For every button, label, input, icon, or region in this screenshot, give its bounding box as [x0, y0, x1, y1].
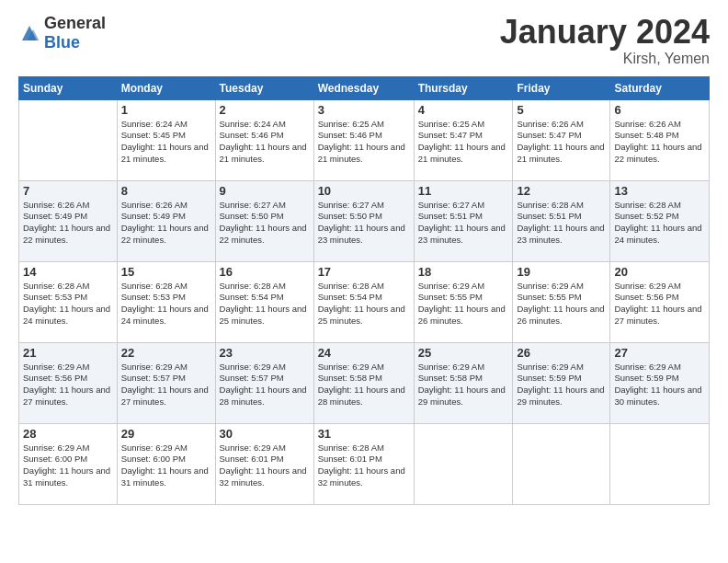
day-number: 15 — [121, 265, 211, 279]
table-row: 6Sunrise: 6:26 AMSunset: 5:48 PMDaylight… — [610, 99, 710, 180]
day-info: Sunrise: 6:29 AMSunset: 5:55 PMDaylight:… — [418, 281, 509, 327]
day-info: Sunrise: 6:29 AMSunset: 5:59 PMDaylight:… — [614, 362, 705, 408]
day-number: 12 — [517, 184, 606, 198]
table-row: 5Sunrise: 6:26 AMSunset: 5:47 PMDaylight… — [513, 99, 610, 180]
day-info: Sunrise: 6:28 AMSunset: 5:53 PMDaylight:… — [121, 281, 211, 327]
day-info: Sunrise: 6:25 AMSunset: 5:47 PMDaylight:… — [418, 119, 509, 166]
logo-text: General Blue — [44, 14, 106, 52]
col-tuesday: Tuesday — [215, 76, 313, 99]
day-info: Sunrise: 6:24 AMSunset: 5:46 PMDaylight:… — [220, 119, 310, 166]
day-info: Sunrise: 6:28 AMSunset: 5:51 PMDaylight:… — [517, 200, 606, 247]
day-info: Sunrise: 6:29 AMSunset: 5:57 PMDaylight:… — [220, 362, 310, 408]
day-info: Sunrise: 6:27 AMSunset: 5:50 PMDaylight:… — [220, 200, 310, 247]
table-row: 12Sunrise: 6:28 AMSunset: 5:51 PMDayligh… — [513, 180, 610, 261]
day-number: 5 — [517, 103, 606, 117]
col-friday: Friday — [513, 76, 610, 99]
day-number: 19 — [517, 265, 606, 279]
logo-icon — [18, 22, 40, 44]
day-number: 18 — [418, 265, 509, 279]
table-row: 17Sunrise: 6:28 AMSunset: 5:54 PMDayligh… — [313, 261, 414, 342]
day-info: Sunrise: 6:25 AMSunset: 5:46 PMDaylight:… — [318, 119, 410, 166]
table-row: 3Sunrise: 6:25 AMSunset: 5:46 PMDaylight… — [313, 99, 414, 180]
day-info: Sunrise: 6:27 AMSunset: 5:50 PMDaylight:… — [318, 200, 410, 247]
table-row: 7Sunrise: 6:26 AMSunset: 5:49 PMDaylight… — [19, 180, 118, 261]
day-number: 21 — [23, 346, 113, 360]
page: General Blue January 2024 Kirsh, Yemen S… — [0, 0, 728, 563]
table-row — [19, 99, 118, 180]
day-number: 28 — [23, 427, 113, 441]
day-info: Sunrise: 6:29 AMSunset: 5:56 PMDaylight:… — [614, 281, 705, 327]
col-thursday: Thursday — [414, 76, 513, 99]
day-info: Sunrise: 6:28 AMSunset: 5:52 PMDaylight:… — [614, 200, 705, 247]
table-row: 22Sunrise: 6:29 AMSunset: 5:57 PMDayligh… — [117, 342, 215, 423]
table-row: 4Sunrise: 6:25 AMSunset: 5:47 PMDaylight… — [414, 99, 513, 180]
day-number: 22 — [121, 346, 211, 360]
week-row-4: 28Sunrise: 6:29 AMSunset: 6:00 PMDayligh… — [19, 423, 710, 504]
day-number: 3 — [318, 103, 410, 117]
week-row-3: 21Sunrise: 6:29 AMSunset: 5:56 PMDayligh… — [19, 342, 710, 423]
title-block: January 2024 Kirsh, Yemen — [500, 14, 710, 67]
col-wednesday: Wednesday — [313, 76, 414, 99]
day-info: Sunrise: 6:28 AMSunset: 5:54 PMDaylight:… — [318, 281, 410, 327]
day-number: 11 — [418, 184, 509, 198]
col-saturday: Saturday — [610, 76, 710, 99]
table-row: 16Sunrise: 6:28 AMSunset: 5:54 PMDayligh… — [215, 261, 313, 342]
table-row: 23Sunrise: 6:29 AMSunset: 5:57 PMDayligh… — [215, 342, 313, 423]
week-row-0: 1Sunrise: 6:24 AMSunset: 5:45 PMDaylight… — [19, 99, 710, 180]
day-info: Sunrise: 6:26 AMSunset: 5:48 PMDaylight:… — [614, 119, 705, 166]
day-info: Sunrise: 6:26 AMSunset: 5:49 PMDaylight:… — [121, 200, 211, 247]
logo-general: General — [44, 14, 106, 32]
month-title: January 2024 — [500, 14, 710, 51]
logo-blue: Blue — [44, 33, 80, 52]
table-row: 2Sunrise: 6:24 AMSunset: 5:46 PMDaylight… — [215, 99, 313, 180]
header: General Blue January 2024 Kirsh, Yemen — [18, 14, 710, 67]
day-number: 17 — [318, 265, 410, 279]
day-number: 25 — [418, 346, 509, 360]
day-number: 29 — [121, 427, 211, 441]
day-info: Sunrise: 6:29 AMSunset: 5:58 PMDaylight:… — [318, 362, 410, 408]
day-info: Sunrise: 6:26 AMSunset: 5:47 PMDaylight:… — [517, 119, 606, 166]
table-row: 18Sunrise: 6:29 AMSunset: 5:55 PMDayligh… — [414, 261, 513, 342]
location: Kirsh, Yemen — [500, 51, 710, 67]
table-row: 10Sunrise: 6:27 AMSunset: 5:50 PMDayligh… — [313, 180, 414, 261]
table-row: 20Sunrise: 6:29 AMSunset: 5:56 PMDayligh… — [610, 261, 710, 342]
day-info: Sunrise: 6:28 AMSunset: 5:54 PMDaylight:… — [220, 281, 310, 327]
day-info: Sunrise: 6:29 AMSunset: 6:01 PMDaylight:… — [220, 442, 310, 489]
day-number: 30 — [220, 427, 310, 441]
day-number: 23 — [220, 346, 310, 360]
week-row-2: 14Sunrise: 6:28 AMSunset: 5:53 PMDayligh… — [19, 261, 710, 342]
calendar-header: Sunday Monday Tuesday Wednesday Thursday… — [19, 76, 710, 99]
day-number: 27 — [614, 346, 705, 360]
col-sunday: Sunday — [19, 76, 118, 99]
table-row: 11Sunrise: 6:27 AMSunset: 5:51 PMDayligh… — [414, 180, 513, 261]
table-row: 30Sunrise: 6:29 AMSunset: 6:01 PMDayligh… — [215, 423, 313, 504]
week-row-1: 7Sunrise: 6:26 AMSunset: 5:49 PMDaylight… — [19, 180, 710, 261]
table-row: 15Sunrise: 6:28 AMSunset: 5:53 PMDayligh… — [117, 261, 215, 342]
day-number: 13 — [614, 184, 705, 198]
day-info: Sunrise: 6:28 AMSunset: 6:01 PMDaylight:… — [318, 442, 410, 489]
table-row: 25Sunrise: 6:29 AMSunset: 5:58 PMDayligh… — [414, 342, 513, 423]
table-row — [414, 423, 513, 504]
day-info: Sunrise: 6:29 AMSunset: 5:57 PMDaylight:… — [121, 362, 211, 408]
table-row: 14Sunrise: 6:28 AMSunset: 5:53 PMDayligh… — [19, 261, 118, 342]
table-row: 1Sunrise: 6:24 AMSunset: 5:45 PMDaylight… — [117, 99, 215, 180]
day-info: Sunrise: 6:29 AMSunset: 6:00 PMDaylight:… — [23, 442, 113, 489]
day-number: 14 — [23, 265, 113, 279]
table-row: 29Sunrise: 6:29 AMSunset: 6:00 PMDayligh… — [117, 423, 215, 504]
day-number: 31 — [318, 427, 410, 441]
day-number: 6 — [614, 103, 705, 117]
day-info: Sunrise: 6:27 AMSunset: 5:51 PMDaylight:… — [418, 200, 509, 247]
table-row — [513, 423, 610, 504]
day-number: 1 — [121, 103, 211, 117]
day-number: 9 — [220, 184, 310, 198]
day-info: Sunrise: 6:29 AMSunset: 5:56 PMDaylight:… — [23, 362, 113, 408]
table-row: 9Sunrise: 6:27 AMSunset: 5:50 PMDaylight… — [215, 180, 313, 261]
day-info: Sunrise: 6:24 AMSunset: 5:45 PMDaylight:… — [121, 119, 211, 166]
day-info: Sunrise: 6:29 AMSunset: 5:59 PMDaylight:… — [517, 362, 606, 408]
day-number: 16 — [220, 265, 310, 279]
day-number: 20 — [614, 265, 705, 279]
table-row: 31Sunrise: 6:28 AMSunset: 6:01 PMDayligh… — [313, 423, 414, 504]
day-info: Sunrise: 6:29 AMSunset: 5:58 PMDaylight:… — [418, 362, 509, 408]
day-number: 24 — [318, 346, 410, 360]
table-row: 8Sunrise: 6:26 AMSunset: 5:49 PMDaylight… — [117, 180, 215, 261]
